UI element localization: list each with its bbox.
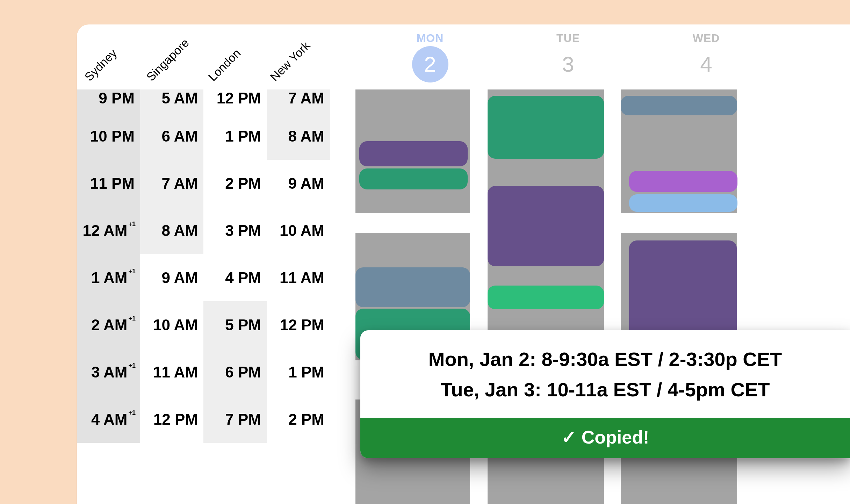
day-headers: MON2TUE3WED4 <box>330 24 850 89</box>
time-cell[interactable]: 9 AM <box>140 254 203 301</box>
time-label: 7 AM <box>162 175 198 192</box>
copied-popup: Mon, Jan 2: 8-9:30a EST / 2-3:30p CET Tu… <box>360 330 850 458</box>
time-label: 10 PM <box>90 128 135 145</box>
time-label: 11 PM <box>90 175 135 192</box>
time-label: 5 AM <box>162 89 198 107</box>
time-cell[interactable]: 7 PM <box>203 396 267 443</box>
time-cell[interactable]: 4 AM+1 <box>77 396 140 443</box>
time-row[interactable]: 10 PM6 AM1 PM8 AM <box>77 113 333 160</box>
day-offset-badge: +1 <box>128 221 136 228</box>
calendar-event[interactable] <box>488 186 604 266</box>
time-cell[interactable]: 12 PM <box>203 89 267 113</box>
time-cell[interactable]: 7 AM <box>267 89 330 113</box>
time-label: 12 PM <box>153 411 198 428</box>
time-label: 3 PM <box>225 222 261 239</box>
time-label: 8 AM <box>288 128 325 145</box>
time-cell[interactable]: 6 PM <box>203 348 267 396</box>
time-label: 3 AM <box>91 363 128 381</box>
day-header[interactable]: WED4 <box>637 32 775 82</box>
time-cell[interactable]: 2 AM+1 <box>77 301 140 348</box>
time-label: 11 AM <box>153 363 198 381</box>
time-cell[interactable]: 9 PM <box>77 89 140 113</box>
day-header[interactable]: TUE3 <box>499 32 637 82</box>
time-cell[interactable]: 12 AM+1 <box>77 207 140 254</box>
time-row[interactable]: 1 AM+19 AM4 PM11 AM <box>77 254 333 301</box>
time-cell[interactable]: 3 PM <box>203 207 267 254</box>
time-label: 11 AM <box>280 269 324 287</box>
city-label: London <box>206 46 243 84</box>
time-row[interactable]: 12 AM+18 AM3 PM10 AM <box>77 207 333 254</box>
time-row[interactable]: 9 PM5 AM12 PM7 AM <box>77 89 333 113</box>
time-table: 9 PM5 AM12 PM7 AM10 PM6 AM1 PM8 AM11 PM7… <box>77 89 333 504</box>
popup-footer: ✓Copied! <box>360 418 850 458</box>
time-label: 6 PM <box>225 363 261 381</box>
city-header-sydney[interactable]: Sydney <box>82 39 144 85</box>
time-label: 7 AM <box>288 89 325 107</box>
time-cell[interactable]: 10 AM <box>267 207 330 254</box>
time-cell[interactable]: 9 AM <box>267 160 330 207</box>
time-cell[interactable]: 1 PM <box>267 348 330 396</box>
time-row[interactable]: 11 PM7 AM2 PM9 AM <box>77 160 333 207</box>
free-slot[interactable] <box>621 213 737 233</box>
time-cell[interactable]: 11 PM <box>77 160 140 207</box>
time-row[interactable]: 2 AM+110 AM5 PM12 PM <box>77 301 333 348</box>
time-label: 1 PM <box>288 363 324 381</box>
time-cell[interactable]: 6 AM <box>140 113 203 160</box>
time-label: 8 AM <box>162 222 198 239</box>
time-cell[interactable]: 12 PM <box>140 396 203 443</box>
time-label: 9 PM <box>99 89 135 107</box>
day-number: 2 <box>412 46 448 82</box>
time-cell[interactable]: 2 PM <box>203 160 267 207</box>
time-cell[interactable]: 4 PM <box>203 254 267 301</box>
time-row[interactable]: 4 AM+112 PM7 PM2 PM <box>77 396 333 443</box>
calendar-event[interactable] <box>359 141 468 166</box>
calendar-event[interactable] <box>629 194 737 212</box>
time-cell[interactable]: 7 AM <box>140 160 203 207</box>
popup-line-2: Tue, Jan 3: 10-11a EST / 4-5pm CET <box>378 375 833 405</box>
calendar-event[interactable] <box>629 171 737 192</box>
time-label: 9 AM <box>162 269 198 287</box>
calendar-event[interactable] <box>355 267 470 307</box>
time-cell[interactable]: 8 AM <box>140 207 203 254</box>
day-of-week-label: MON <box>361 32 499 45</box>
calendar-event[interactable] <box>621 96 737 115</box>
time-label: 12 AM <box>83 222 128 239</box>
time-cell[interactable]: 11 AM <box>140 348 203 396</box>
day-offset-badge: +1 <box>128 315 136 322</box>
time-label: 2 PM <box>288 411 324 428</box>
time-label: 2 PM <box>225 175 261 192</box>
day-offset-badge: +1 <box>128 362 136 369</box>
time-cell[interactable]: 10 PM <box>77 113 140 160</box>
city-header-newyork[interactable]: New York <box>268 39 330 85</box>
time-cell[interactable]: 10 AM <box>140 301 203 348</box>
time-label: 5 PM <box>225 316 261 334</box>
time-cell[interactable]: 12 PM <box>267 301 330 348</box>
time-label: 9 AM <box>288 175 325 192</box>
time-cell[interactable]: 1 PM <box>203 113 267 160</box>
time-cell[interactable]: 5 AM <box>140 89 203 113</box>
time-row[interactable]: 3 AM+111 AM6 PM1 PM <box>77 348 333 396</box>
time-label: 10 AM <box>280 222 324 239</box>
time-cell[interactable]: 5 PM <box>203 301 267 348</box>
time-cell[interactable]: 11 AM <box>267 254 330 301</box>
header-row: Sydney Singapore London New York MON2TUE… <box>77 24 850 89</box>
day-header[interactable]: MON2 <box>361 32 499 82</box>
time-label: 12 PM <box>217 89 261 107</box>
city-label: New York <box>267 39 312 84</box>
time-label: 1 AM <box>91 269 128 287</box>
popup-line-1: Mon, Jan 2: 8-9:30a EST / 2-3:30p CET <box>378 344 833 375</box>
time-cell[interactable]: 1 AM+1 <box>77 254 140 301</box>
calendar-event[interactable] <box>488 286 604 309</box>
check-icon: ✓ <box>561 427 577 448</box>
time-label: 7 PM <box>225 411 261 428</box>
time-label: 4 AM <box>91 411 128 428</box>
free-slot[interactable] <box>355 213 470 233</box>
time-cell[interactable]: 8 AM <box>267 113 330 160</box>
calendar-event[interactable] <box>488 96 604 159</box>
time-cell[interactable]: 3 AM+1 <box>77 348 140 396</box>
calendar-event[interactable] <box>359 168 468 189</box>
city-header-london[interactable]: London <box>206 39 268 85</box>
day-of-week-label: TUE <box>499 32 637 45</box>
time-cell[interactable]: 2 PM <box>267 396 330 443</box>
city-header-singapore[interactable]: Singapore <box>144 39 206 85</box>
